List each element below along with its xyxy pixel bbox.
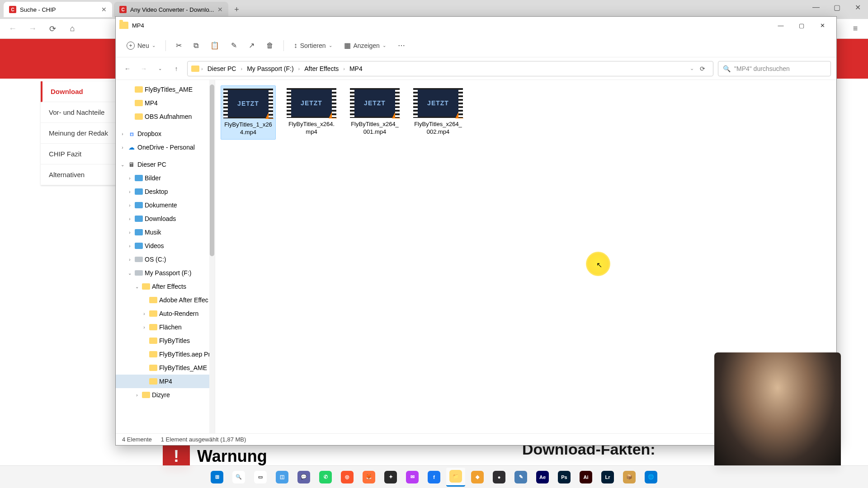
taskbar-illustrator[interactable]: Ai [576,468,595,487]
browser-tab-0[interactable]: C Suche - CHIP ✕ [4,2,112,17]
close-button[interactable]: ✕ [812,18,833,33]
expand-chevron-icon[interactable]: › [127,176,133,181]
expand-chevron-icon[interactable]: · [141,338,147,343]
nav-item[interactable]: ›Bilder [116,171,215,185]
taskbar-aftereffects[interactable]: Ae [533,468,552,487]
address-bar[interactable]: › Dieser PC › My Passport (F:) › After E… [187,61,713,76]
minimize-button[interactable]: — [806,0,826,14]
maximize-button[interactable]: ▢ [791,18,812,33]
browser-tab-1[interactable]: C Any Video Converter - Downlo... ✕ [114,2,228,17]
back-button[interactable]: ← [121,62,134,75]
expand-chevron-icon[interactable]: · [141,352,147,357]
taskbar-whatsapp[interactable]: ✆ [316,468,335,487]
more-button[interactable]: ⋯ [393,38,410,53]
taskbar-start[interactable]: ⊞ [208,468,226,487]
nav-item[interactable]: ›Dokumente [116,198,215,212]
expand-chevron-icon[interactable]: › [127,244,133,249]
taskbar-photoshop[interactable]: Ps [555,468,574,487]
close-button[interactable]: ✕ [847,0,868,14]
rename-button[interactable]: ✎ [226,38,241,53]
copy-button[interactable]: ⧉ [189,38,203,53]
file-item[interactable]: JETZTFlyByTitles_x264_002.mp4 [410,85,466,140]
expand-chevron-icon[interactable]: › [141,311,147,316]
search-input[interactable]: 🔍 "MP4" durchsuchen [718,61,831,76]
nav-item[interactable]: ⌄🖥Dieser PC [116,158,215,171]
forward-button[interactable]: → [137,62,150,75]
nav-item[interactable]: ·FlyByTitles_AME [116,83,215,96]
taskbar-firefox[interactable]: 🦊 [359,468,378,487]
forward-button[interactable]: → [25,22,40,36]
scrollbar[interactable] [209,80,215,433]
nav-item[interactable]: ⌄After Effects [116,280,215,293]
reload-button[interactable]: ⟳ [45,22,60,36]
refresh-button[interactable]: ⟳ [696,62,709,75]
taskbar-messenger[interactable]: ✉ [403,468,422,487]
nav-item[interactable]: ›Downloads [116,212,215,225]
nav-item[interactable]: ⌄My Passport (F:) [116,266,215,280]
nav-item[interactable]: ›☁OneDrive - Personal [116,141,215,154]
expand-chevron-icon[interactable]: › [127,203,133,208]
nav-item[interactable]: ·FlyByTitles_AME [116,361,215,375]
breadcrumb-segment[interactable]: MP4 [347,64,365,73]
chevron-down-icon[interactable]: ⌄ [690,66,694,71]
home-button[interactable]: ⌂ [65,22,80,36]
nav-item[interactable]: ·Adobe After Effec [116,293,215,307]
delete-button[interactable]: 🗑 [262,38,278,53]
file-item[interactable]: JETZTFlyByTitles_x264_001.mp4 [347,85,402,140]
nav-item[interactable]: ›Desktop [116,185,215,198]
nav-item[interactable]: ›⧈Dropbox [116,127,215,141]
expand-chevron-icon[interactable]: ⌄ [119,162,126,167]
expand-chevron-icon[interactable]: › [141,325,147,330]
expand-chevron-icon[interactable]: › [127,189,133,194]
recent-button[interactable]: ⌄ [154,62,166,75]
expand-chevron-icon[interactable]: ⌄ [127,271,133,276]
nav-item[interactable]: ·FlyByTitles [116,334,215,347]
share-button[interactable]: ↗ [244,38,259,53]
taskbar-edge[interactable]: 🌐 [642,468,660,487]
taskbar-search[interactable]: 🔍 [229,468,248,487]
taskbar-taskview[interactable]: ▭ [251,468,270,487]
nav-item[interactable]: ›Videos [116,239,215,253]
nav-item[interactable]: ·MP4 [116,96,215,110]
taskbar-app3[interactable]: ✎ [511,468,530,487]
nav-item[interactable]: ·OBS Aufnahmen [116,110,215,123]
new-button[interactable]: + Neu ⌄ [122,38,160,53]
expand-chevron-icon[interactable]: › [119,145,126,150]
view-button[interactable]: ▦ Anzeigen ⌄ [340,38,391,53]
taskbar-lightroom[interactable]: Lr [598,468,617,487]
explorer-titlebar[interactable]: MP4 — ▢ ✕ [116,17,836,34]
nav-item[interactable]: ›OS (C:) [116,253,215,266]
expand-chevron-icon[interactable]: · [127,87,133,92]
taskbar-app4[interactable]: 📦 [620,468,639,487]
up-button[interactable]: ↑ [170,62,183,75]
paste-button[interactable]: 📋 [206,38,224,53]
expand-chevron-icon[interactable]: › [127,230,133,235]
expand-chevron-icon[interactable]: › [127,257,133,262]
nav-item[interactable]: ›Dizyre [116,388,215,402]
nav-item[interactable]: ›Auto-Rendern [116,307,215,320]
nav-item[interactable]: ›Musik [116,225,215,239]
file-item[interactable]: JETZTFlyByTitles_x264.mp4 [284,85,339,140]
breadcrumb-segment[interactable]: My Passport (F:) [244,64,296,73]
taskbar-widgets[interactable]: ◫ [273,468,292,487]
expand-chevron-icon[interactable]: ⌄ [134,284,140,289]
nav-item[interactable]: ›Flächen [116,320,215,334]
taskbar-app2[interactable]: ◆ [468,468,487,487]
expand-chevron-icon[interactable]: · [127,114,133,119]
navigation-pane[interactable]: ·FlyByTitles_AME·MP4·OBS Aufnahmen›⧈Drop… [116,80,215,433]
expand-chevron-icon[interactable]: · [127,101,133,106]
expand-chevron-icon[interactable]: › [119,131,126,136]
expand-chevron-icon[interactable]: › [134,393,140,398]
file-item[interactable]: JETZTFlyByTitles_1_x264.mp4 [221,85,276,140]
expand-chevron-icon[interactable]: · [141,298,147,303]
maximize-button[interactable]: ▢ [826,0,847,14]
tab-close-icon[interactable]: ✕ [101,6,107,13]
scrollbar-thumb[interactable] [210,84,214,256]
expand-chevron-icon[interactable]: · [141,366,147,371]
expand-chevron-icon[interactable]: › [127,216,133,221]
menu-button[interactable]: ≡ [848,22,863,36]
taskbar-brave[interactable]: ◎ [338,468,357,487]
taskbar-obs[interactable]: ● [490,468,509,487]
taskbar-facebook[interactable]: f [425,468,443,487]
taskbar-explorer[interactable]: 📁 [446,468,465,487]
